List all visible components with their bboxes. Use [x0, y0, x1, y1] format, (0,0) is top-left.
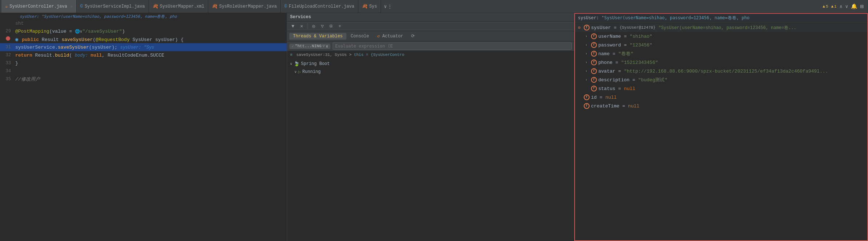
tab-actuator[interactable]: ↺ Actuator: [373, 33, 407, 40]
actuator-label: Actuator: [382, 34, 403, 39]
variables-list: ⊙ f sysUser = {SysUser@12478} "SysUser(u…: [575, 23, 867, 240]
evaluate-expression-input[interactable]: [333, 42, 572, 50]
code-line-30: ◉ public Result saveSysUser(@RequestBody…: [0, 35, 287, 43]
var-row-sysuser[interactable]: ⊙ f sysUser = {SysUser@12478} "SysUser(u…: [575, 23, 867, 32]
tab-refresh[interactable]: ⟳: [407, 33, 418, 40]
tab-sys-user-controller[interactable]: ☕ SysUserController.java ✕: [1, 0, 77, 13]
var-eq-description: =: [632, 77, 635, 83]
layout-button[interactable]: ⊡: [327, 23, 335, 30]
var-row-phone[interactable]: › f phone = "15212343456": [575, 58, 867, 67]
running-label: Running: [302, 69, 321, 74]
add-button[interactable]: +: [336, 23, 343, 30]
close-icon[interactable]: ✕: [71, 4, 73, 9]
var-ref-sysuser: {SysUser@12478}: [619, 25, 655, 30]
var-eq: =: [614, 25, 617, 30]
check-icon: ✓: [292, 44, 294, 49]
line-number-34: 34: [0, 69, 14, 74]
var-val-description: "budeg测试": [638, 77, 668, 83]
var-name-sysuser: sysUser: [591, 25, 611, 30]
var-val-username: "shihao": [630, 34, 652, 39]
var-row-avatar[interactable]: › f avatar = "http://192.168.88.66:9000/…: [575, 67, 867, 75]
xml-icon-2: 🍂: [212, 4, 217, 9]
tab-sys-user-mapper-xml[interactable]: 🍂 SysUserMapper.xml: [149, 0, 208, 13]
line-content-32: return Result.build( body: null, ResultC…: [14, 53, 287, 58]
debug-tabs: Threads & Variables Console ↺ Actuator ⟳: [287, 31, 574, 41]
top-hint-text: sysUser: "SysUser(userName=shihao, passw…: [20, 14, 177, 19]
var-row-create-time[interactable]: › f createTime = null: [575, 102, 867, 110]
code-line-31: 31 sysUserService.saveSysUser(sysUser); …: [0, 43, 287, 51]
var-row-status[interactable]: › f status = null: [575, 84, 867, 93]
tab-sys[interactable]: 🍂 Sys: [358, 0, 381, 13]
services-panel: Services ▼ ✕ ◎ ▽ ⊡ + Threads & Variables…: [287, 13, 574, 241]
tab-sys-role-user-mapper[interactable]: 🍂 SysRoleUserMapper.java: [208, 0, 281, 13]
tree-item-spring-boot[interactable]: ∨ 🍃 Spring Boot: [287, 60, 574, 68]
var-type-icon-username: f: [591, 33, 597, 39]
var-name-status: status: [598, 86, 615, 91]
var-row-username[interactable]: › f userName = "shihao": [575, 32, 867, 41]
tab-file-upload-controller[interactable]: © FileUploadController.java: [281, 0, 358, 13]
frame-info: ≡ saveSysUser:31, SysUs > this = {SysUse…: [287, 51, 574, 58]
tab-label-3: SysUserMapper.xml: [160, 4, 204, 9]
sort-button[interactable]: ▽: [319, 23, 326, 30]
var-val-id: null: [605, 95, 616, 100]
var-eq-phone: =: [615, 60, 618, 65]
tree-item-running[interactable]: ∨ ▷ Running: [287, 68, 574, 76]
warning-triangle-icon-2: ▲: [831, 4, 833, 9]
code-editor-area[interactable]: sht 29 @PostMapping(value = 🌐∨"/saveSysU…: [0, 19, 287, 241]
expand-icon[interactable]: ∧: [840, 4, 843, 9]
expand-all-button[interactable]: ▼: [289, 23, 297, 30]
notification-bell-icon[interactable]: 🔔: [851, 3, 857, 9]
this-info: >: [349, 53, 354, 57]
tab-console[interactable]: Console: [347, 33, 373, 40]
more-icon: ⋮: [387, 4, 392, 9]
var-type-icon-phone: f: [591, 60, 597, 65]
var-name-avatar: avatar: [598, 69, 615, 74]
var-expand-icon-sysuser[interactable]: ⊙: [578, 25, 582, 30]
threads-variables-label: Threads & Variables: [293, 34, 343, 39]
warning-triangle-icon: ▲: [823, 4, 825, 9]
code-editor: sysUser: "SysUser(userName=shihao, passw…: [0, 13, 287, 241]
spring-boot-icon: 🍃: [294, 61, 300, 67]
var-eq-id: =: [600, 95, 603, 100]
var-name-phone: phone: [598, 60, 612, 65]
var-name-password: password: [598, 42, 621, 48]
more-tabs-button[interactable]: ∨ ⋮: [381, 0, 395, 13]
var-eq-username: =: [624, 34, 627, 39]
tab-label: SysUserController.java: [9, 4, 67, 9]
var-expand-icon-description[interactable]: ›: [585, 78, 590, 82]
line-content-33: }: [14, 61, 287, 66]
var-val-avatar: "http://192.168.88.66:9000/spzx-bucket/2…: [624, 69, 828, 74]
var-val-status: null: [624, 86, 635, 91]
var-expand-icon-phone[interactable]: ›: [585, 61, 590, 65]
var-row-name[interactable]: › f name = "卷卷": [575, 49, 867, 58]
services-title: Services: [287, 13, 574, 21]
running-icon: ▷: [298, 69, 301, 75]
var-row-password[interactable]: › f password = "123456": [575, 41, 867, 49]
var-expand-icon-username[interactable]: ›: [585, 34, 590, 38]
var-row-description[interactable]: › f description = "budeg测试": [575, 75, 867, 84]
var-type-icon-password: f: [591, 42, 597, 48]
filter-button[interactable]: ◎: [310, 23, 317, 30]
filter-chip-label: "htt...NING: [295, 44, 322, 48]
sidebar-icon[interactable]: ⊞: [860, 3, 864, 10]
tab-sys-user-service[interactable]: © SysUserServiceImpl.java: [77, 0, 149, 13]
var-type-icon-name: f: [591, 51, 597, 57]
var-name-username: userName: [598, 34, 621, 39]
var-expand-icon-name[interactable]: ›: [585, 52, 590, 56]
var-eq-status: =: [618, 86, 621, 91]
var-val-sysuser: "SysUser(userName=shihao, password=12345…: [658, 25, 796, 31]
var-row-id[interactable]: › f id = null: [575, 93, 867, 102]
remove-button[interactable]: ✕: [298, 23, 305, 30]
code-line-sht: sht: [0, 19, 287, 27]
actuator-icon: ↺: [377, 34, 379, 39]
var-expand-icon-password[interactable]: ›: [585, 43, 590, 47]
line-content-35: //修改用户: [14, 76, 287, 82]
filter-chip[interactable]: ✓ "htt...NING ▽ ∨: [289, 44, 330, 49]
main-content: sysUser: "SysUser(userName=shihao, passw…: [0, 13, 868, 241]
tab-threads-variables[interactable]: Threads & Variables: [289, 33, 346, 40]
inline-hint-31: sysUser: "Sys: [120, 45, 154, 50]
inline-hint-top: sysUser: "SysUser(userName=shihao, passw…: [0, 13, 287, 19]
tree-collapse-arrow: ∨: [294, 70, 297, 74]
collapse-icon[interactable]: ∨: [845, 4, 848, 9]
var-expand-icon-avatar[interactable]: ›: [585, 69, 590, 73]
